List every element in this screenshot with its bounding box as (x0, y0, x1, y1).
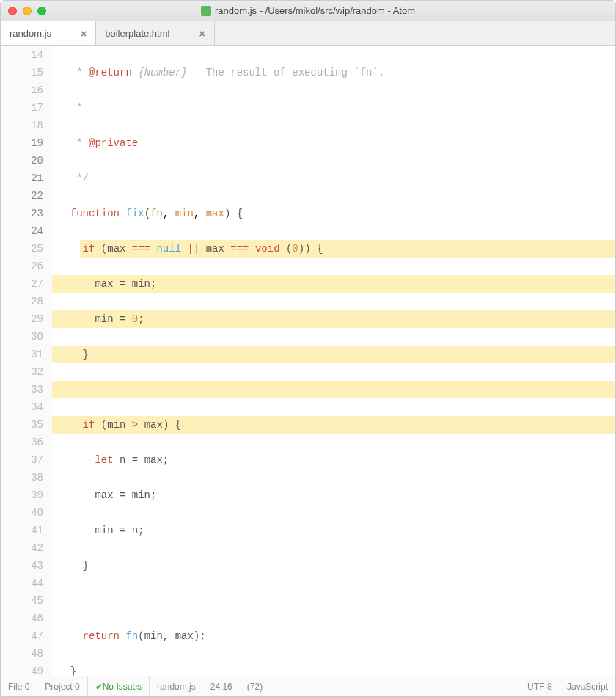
status-file[interactable]: File 0 (1, 676, 37, 696)
titlebar[interactable]: random.js - /Users/mikol/src/wip/random … (1, 1, 615, 21)
tab-bar: random.js × boilerplate.html × (1, 21, 615, 46)
window-title: random.js - /Users/mikol/src/wip/random … (1, 5, 615, 16)
app-window: random.js - /Users/mikol/src/wip/random … (0, 0, 616, 697)
title-text: random.js - /Users/mikol/src/wip/random … (215, 5, 415, 16)
status-encoding[interactable]: UTF-8 (520, 682, 560, 692)
editor[interactable]: 1415161718192021222324252627282930313233… (1, 46, 615, 676)
code-area[interactable]: * @return {Number} – The result of execu… (52, 46, 615, 676)
status-bar: File 0 Project 0 ✔ No Issues random.js 2… (1, 676, 615, 696)
status-project[interactable]: Project 0 (37, 676, 87, 696)
status-lang[interactable]: JavaScript (560, 682, 615, 692)
tab-random-js[interactable]: random.js × (1, 21, 96, 45)
status-cursor[interactable]: 24:16 (203, 676, 240, 696)
atom-icon (201, 6, 211, 16)
status-issues[interactable]: ✔ No Issues (88, 676, 150, 696)
tab-label: boilerplate.html (105, 28, 169, 39)
tab-boilerplate-html[interactable]: boilerplate.html × (96, 21, 214, 45)
tab-label: random.js (10, 28, 51, 39)
status-filename[interactable]: random.js (150, 676, 203, 696)
gutter[interactable]: 1415161718192021222324252627282930313233… (1, 46, 52, 676)
status-selection: (72) (240, 676, 270, 696)
close-icon[interactable]: × (81, 28, 87, 40)
check-icon: ✔ (95, 682, 103, 692)
close-icon[interactable]: × (199, 28, 205, 40)
